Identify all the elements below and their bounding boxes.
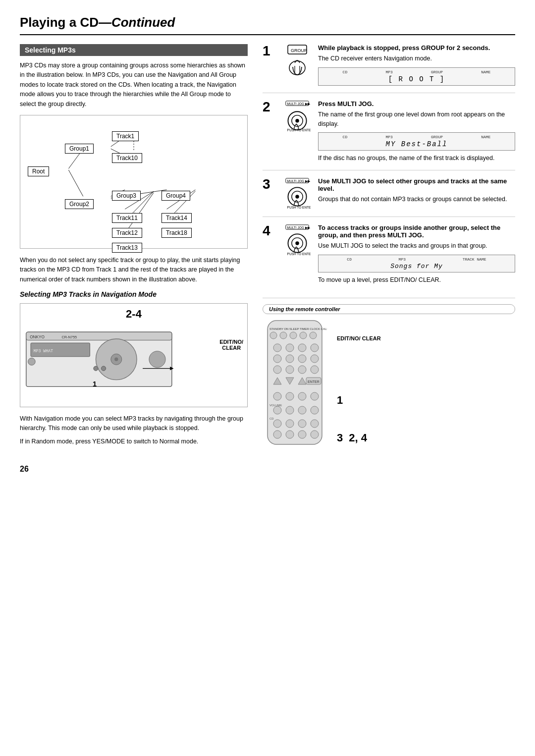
body-text-4: If in Random mode, press YES/MODE to swi… [20,437,248,446]
remote-numbers: 1 3 2, 4 [337,394,381,444]
svg-point-33 [289,61,305,75]
step-4-number: 4 [263,224,276,285]
right-column: 1 GROUP While playback is stopped, press… [263,44,515,450]
svg-text:PUSH TO ENTER: PUSH TO ENTER [287,128,311,132]
device-diagram: 2-4 ONKYO CR-N755 MP3 WHAT [20,303,248,407]
step-2-content: Press MULTI JOG. The name of the first g… [318,100,515,163]
svg-point-86 [311,406,319,414]
remote-annotations: EDIT/NO/ CLEAR 1 3 2, 4 [337,318,381,447]
svg-point-85 [298,406,306,414]
step-4-title: To access tracks or groups inside anothe… [318,224,515,239]
svg-point-23 [28,358,36,366]
step-1-title: While playback is stopped, press GROUP f… [318,44,515,52]
svg-point-22 [114,358,118,361]
step-2-display: CD MP3 GROUP NAME MY Best-Ball [318,132,515,151]
tree-node-track10: Track10 [112,153,142,163]
tree-node-group4: Group4 [161,191,190,201]
svg-text:VOLUME: VOLUME [269,404,282,407]
svg-line-1 [68,170,83,196]
step-1-body: The CD receiver enters Navigation mode. [318,54,515,63]
svg-point-93 [286,431,294,438]
svg-point-46 [295,195,299,198]
svg-point-91 [311,420,319,428]
body-text-2: When you do not select any specific trac… [20,256,248,284]
section-header-mp3s: Selecting MP3s [20,44,248,56]
svg-point-95 [311,431,319,438]
step-2-icon: MULTI JOG ▶▶ PUSH TO ENTER [282,100,312,163]
remote-edit-label: EDIT/NO/ CLEAR [337,335,381,341]
svg-text:CR-N755: CR-N755 [62,335,77,339]
tree-node-track14: Track14 [161,213,192,223]
svg-text:ONKYO: ONKYO [30,335,45,339]
device-svg: ONKYO CR-N755 MP3 WHAT 1 [25,319,194,398]
tree-node-group2: Group2 [65,199,94,209]
svg-point-62 [286,344,294,352]
svg-point-67 [298,355,306,363]
svg-text:PUSH TO ENTER: PUSH TO ENTER [287,206,311,209]
svg-point-80 [298,392,306,400]
svg-point-90 [298,420,306,428]
body-text-3: With Navigation mode you can select MP3 … [20,414,248,433]
body-text-1: MP3 CDs may store a group containing gro… [20,61,248,109]
svg-point-61 [273,344,281,352]
svg-point-52 [295,241,299,245]
step-1-number: 1 [263,44,276,86]
remote-left: STANDBY ON SLEEP TIMER CLOCK CALL [263,318,327,448]
svg-point-79 [286,392,294,400]
step-3: 3 MULTI JOG ▶▶ PUSH TO ENTER Use MULTI J… [263,170,515,217]
svg-text:STANDBY ON  SLEEP  TIMER  CLOC: STANDBY ON SLEEP TIMER CLOCK CALL [269,327,327,330]
step-3-icon: MULTI JOG ▶▶ PUSH TO ENTER [282,177,312,210]
svg-point-70 [286,366,294,374]
tree-node-group3: Group3 [112,191,141,201]
step-1-content: While playback is stopped, press GROUP f… [318,44,515,86]
tree-node-track1: Track1 [112,131,139,141]
svg-point-84 [286,406,294,414]
svg-text:MP3  WHAT: MP3 WHAT [34,349,54,353]
step-2-number: 2 [263,100,276,163]
svg-point-57 [280,332,287,339]
step-1: 1 GROUP While playback is stopped, press… [263,44,515,93]
step-4-body: Use MULTI JOG to select the tracks and g… [318,241,515,251]
remote-number-3: 3 [337,432,343,444]
step-1-display: CD MP3 GROUP NAME [ R O O T ] [318,67,515,86]
svg-point-60 [310,332,317,339]
svg-text:ENTER: ENTER [308,380,320,383]
svg-point-40 [295,119,299,122]
tree-node-root: Root [28,166,49,176]
tree-node-track12: Track12 [112,228,142,238]
step-2-body: The name of the first group one level do… [318,110,515,129]
svg-text:MULTI JOG ▶▶: MULTI JOG ▶▶ [287,102,310,106]
svg-point-88 [273,420,281,428]
remote-label: Using the remote controller [263,304,515,314]
edit-no-clear-label: EDIT/NO/CLEAR [219,339,243,351]
tree-node-track13: Track13 [112,243,142,253]
step-4-content: To access tracks or groups inside anothe… [318,224,515,285]
svg-point-27 [101,366,106,371]
svg-point-78 [273,392,281,400]
tree-diagram: Root Group1 Track1 Track10 Group2 Group3… [20,115,248,249]
svg-text:PUSH TO ENTER: PUSH TO ENTER [287,252,311,256]
step-4-icon: MULTI JOG ▶▶ PUSH TO ENTER [282,224,312,285]
page-number: 26 [20,465,515,474]
svg-text:MULTI JOG ▶▶: MULTI JOG ▶▶ [287,226,310,229]
step-2-extra: If the disc has no groups, the name of t… [318,154,515,163]
svg-point-94 [298,431,306,438]
svg-point-72 [311,366,319,374]
step-2-title: Press MULTI JOG. [318,100,515,108]
svg-point-59 [300,332,307,339]
svg-rect-15 [26,332,172,340]
svg-text:GROUP: GROUP [291,48,307,53]
step-1-icon: GROUP [282,44,312,86]
svg-point-69 [273,366,281,374]
svg-point-89 [286,420,294,428]
svg-text:CD: CD [269,417,274,420]
svg-point-25 [149,351,165,368]
svg-point-64 [311,344,319,352]
step-3-number: 3 [263,177,276,210]
nav-mode-title: Selecting MP3 Tracks in Navigation Mode [20,290,248,298]
remote-number-24: 2, 4 [349,432,367,444]
remote-svg: STANDBY ON SLEEP TIMER CLOCK CALL [263,318,327,447]
svg-point-63 [298,344,306,352]
left-column: Selecting MP3s MP3 CDs may store a group… [20,44,248,450]
step-3-title: Use MULTI JOG to select other groups and… [318,177,515,192]
